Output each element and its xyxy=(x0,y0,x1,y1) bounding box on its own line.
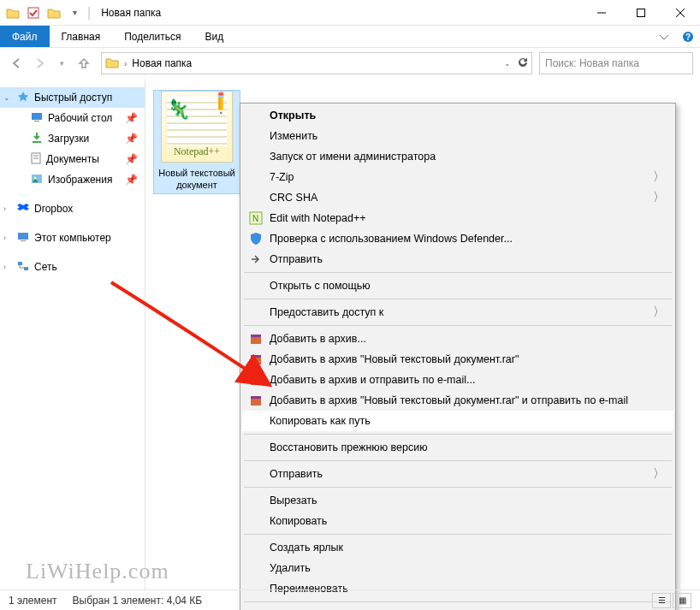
menu-item-add-archive-email[interactable]: Добавить в архив и отправить по e-mail..… xyxy=(242,370,673,390)
tree-toggle-icon[interactable]: › xyxy=(3,234,6,242)
menu-item-create-shortcut[interactable]: Создать ярлык xyxy=(242,537,673,558)
menu-item-delete[interactable]: Удалить xyxy=(242,558,673,578)
search-input[interactable]: Поиск: Новая папка xyxy=(539,52,693,74)
forward-button[interactable] xyxy=(29,53,50,74)
tree-toggle-icon[interactable]: ⌄ xyxy=(3,93,10,102)
history-dropdown-icon[interactable]: ▾ xyxy=(51,53,72,74)
star-icon xyxy=(17,91,29,105)
up-button[interactable] xyxy=(74,53,94,74)
svg-text:?: ? xyxy=(685,33,691,42)
file-item[interactable]: ✏️ Notepad++ Новый текстовый документ xyxy=(154,91,240,193)
qat-dropdown-icon[interactable]: ▾ xyxy=(67,5,82,21)
sidebar-item-pictures[interactable]: Изображения 📌 xyxy=(0,169,145,190)
status-count: 1 элемент xyxy=(9,595,57,607)
sidebar-item-dropbox[interactable]: › Dropbox xyxy=(0,198,145,219)
menu-item-add-archive-named[interactable]: Добавить в архив "Новый текстовый докуме… xyxy=(242,349,673,370)
menu-item-7zip[interactable]: 7-Zip〉 xyxy=(242,167,673,187)
winrar-icon xyxy=(247,351,264,368)
minimize-button[interactable] xyxy=(582,0,621,26)
chevron-down-icon[interactable]: ⌄ xyxy=(504,59,511,68)
address-bar[interactable]: › Новая папка ⌄ xyxy=(101,52,532,74)
menu-item-send[interactable]: Отправить xyxy=(242,249,673,269)
menu-item-copy-as-path[interactable]: Копировать как путь xyxy=(242,411,673,431)
chevron-right-icon: 〉 xyxy=(653,466,665,482)
expand-ribbon-icon[interactable] xyxy=(652,26,676,47)
dropbox-label: Dropbox xyxy=(34,203,73,215)
shield-icon xyxy=(247,230,264,247)
refresh-icon[interactable] xyxy=(516,56,528,71)
share-icon xyxy=(247,251,264,268)
back-button[interactable] xyxy=(7,53,27,74)
pc-icon xyxy=(17,232,29,245)
menu-item-defender[interactable]: Проверка с использованием Windows Defend… xyxy=(242,228,673,249)
menu-item-edit-npp[interactable]: N Edit with Notepad++ xyxy=(242,208,673,228)
dropbox-icon xyxy=(17,203,29,216)
menu-item-grant-access[interactable]: Предоставить доступ к〉 xyxy=(242,302,673,323)
svg-rect-25 xyxy=(251,376,261,378)
tab-file[interactable]: Файл xyxy=(0,26,50,47)
close-button[interactable] xyxy=(661,0,700,26)
menu-item-add-archive[interactable]: Добавить в архив... xyxy=(242,329,673,349)
quick-access-label: Быстрый доступ xyxy=(34,92,112,104)
tab-home[interactable]: Главная xyxy=(50,26,113,47)
sidebar-item-desktop[interactable]: Рабочий стол 📌 xyxy=(0,108,145,128)
sidebar-item-this-pc[interactable]: › Этот компьютер xyxy=(0,228,145,248)
pin-icon: 📌 xyxy=(125,153,138,165)
view-switcher: ☰ ▦ xyxy=(652,593,691,608)
breadcrumb[interactable]: Новая папка xyxy=(132,57,192,69)
titlebar: ▾ | Новая папка xyxy=(0,0,700,26)
sidebar-item-network[interactable]: › Сеть xyxy=(0,257,145,277)
status-bar: 1 элемент Выбран 1 элемент: 4,04 КБ ☰ ▦ xyxy=(0,589,700,610)
chevron-right-icon: 〉 xyxy=(653,305,665,320)
file-brand: Notepad++ xyxy=(162,145,232,158)
menu-item-open[interactable]: Открыть xyxy=(242,105,673,126)
menu-separator xyxy=(244,460,672,461)
window-title: Новая папка xyxy=(101,7,161,19)
menu-item-copy[interactable]: Копировать xyxy=(242,511,673,531)
sidebar-item-label: Документы xyxy=(46,153,99,165)
folder-icon xyxy=(105,56,119,71)
folder-small-icon xyxy=(46,5,62,21)
tab-view[interactable]: Вид xyxy=(193,26,235,47)
chevron-right-icon[interactable]: › xyxy=(124,59,127,68)
winrar-icon xyxy=(247,330,264,347)
file-label: Новый текстовый документ xyxy=(154,166,240,193)
pin-icon: 📌 xyxy=(125,133,138,145)
menu-item-open-with[interactable]: Открыть с помощью xyxy=(242,275,673,296)
desktop-icon xyxy=(31,112,43,125)
svg-rect-14 xyxy=(18,233,28,240)
svg-rect-16 xyxy=(18,262,22,265)
sidebar-item-quick-access[interactable]: ⌄ Быстрый доступ xyxy=(0,87,145,108)
maximize-button[interactable] xyxy=(621,0,661,26)
menu-item-run-as-admin[interactable]: Запуск от имени администратора xyxy=(242,146,673,167)
menu-item-edit[interactable]: Изменить xyxy=(242,126,673,146)
menu-separator xyxy=(244,434,672,435)
search-placeholder: Поиск: Новая папка xyxy=(545,57,639,69)
menu-item-add-archive-named-email[interactable]: Добавить в архив "Новый текстовый докуме… xyxy=(242,390,673,411)
menu-item-restore-previous[interactable]: Восстановить прежнюю версию xyxy=(242,437,673,458)
svg-rect-8 xyxy=(34,121,39,121)
documents-icon xyxy=(31,152,41,167)
tree-toggle-icon[interactable]: › xyxy=(3,204,6,213)
tab-share[interactable]: Поделиться xyxy=(112,26,193,47)
menu-item-send-to[interactable]: Отправить〉 xyxy=(242,464,673,484)
folder-icon xyxy=(5,5,21,21)
downloads-icon xyxy=(31,132,43,146)
view-icons-button[interactable]: ▦ xyxy=(673,593,691,608)
tree-toggle-icon[interactable]: › xyxy=(3,263,6,271)
help-icon[interactable]: ? xyxy=(676,26,700,47)
network-label: Сеть xyxy=(34,261,57,273)
view-details-button[interactable]: ☰ xyxy=(652,593,671,608)
sidebar-item-documents[interactable]: Документы 📌 xyxy=(0,149,145,169)
sidebar-item-downloads[interactable]: Загрузки 📌 xyxy=(0,128,145,149)
svg-rect-15 xyxy=(21,240,26,241)
checkbox-icon[interactable] xyxy=(26,5,41,21)
context-menu: Открыть Изменить Запуск от имени админис… xyxy=(240,103,676,610)
menu-item-cut[interactable]: Вырезать xyxy=(242,490,673,511)
watermark: LiWiHelp.com xyxy=(26,559,169,584)
menu-item-crc-sha[interactable]: CRC SHA〉 xyxy=(242,187,673,208)
ribbon: Файл Главная Поделиться Вид ? xyxy=(0,26,700,48)
notepad-file-icon: ✏️ Notepad++ xyxy=(161,91,233,163)
svg-rect-0 xyxy=(28,8,39,18)
menu-separator xyxy=(244,534,672,535)
